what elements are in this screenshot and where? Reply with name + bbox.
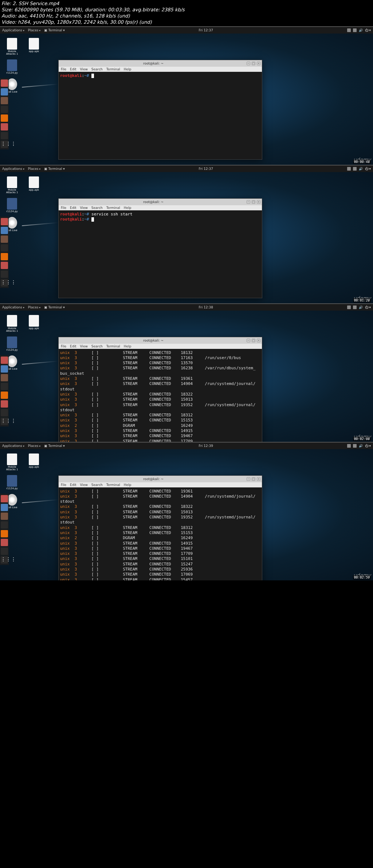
terminal-titlebar[interactable]: root@kali: ~ − □ × <box>59 476 262 482</box>
maximize-button[interactable]: □ <box>252 62 255 65</box>
dock-item[interactable] <box>1 495 8 502</box>
dock-item[interactable] <box>1 521 8 529</box>
maximize-button[interactable]: □ <box>252 200 255 204</box>
menu-terminal[interactable]: Terminal <box>106 67 120 71</box>
desktop-file-app[interactable]: app.apk <box>26 454 42 471</box>
menu-file[interactable]: File <box>61 206 66 210</box>
dock-item[interactable] <box>1 504 8 511</box>
menu-help[interactable]: Help <box>124 345 131 348</box>
terminal-window[interactable]: root@kali: ~ − □ × FileEditViewSearchTer… <box>58 337 262 442</box>
applications-menu[interactable]: Applications <box>2 28 24 32</box>
dock-item[interactable] <box>1 79 8 87</box>
menu-help[interactable]: Help <box>124 483 131 487</box>
dock-item[interactable] <box>1 114 8 122</box>
dock-apps-icon[interactable]: ⋮⋮⋮ <box>1 418 8 425</box>
terminal-window[interactable]: root@kali: ~ − □ × FileEditViewSearchTer… <box>58 60 262 160</box>
desktop-file-mobile[interactable]: Mobile Attacks 1 <box>4 315 20 333</box>
dock-item[interactable] <box>1 236 8 243</box>
desktop-file-py[interactable]: r1124.py <box>4 198 20 213</box>
dock-apps-icon[interactable]: ⋮⋮⋮ <box>1 141 8 148</box>
volume-icon[interactable]: 🔊 <box>359 305 363 309</box>
menu-edit[interactable]: Edit <box>70 483 76 487</box>
desktop-file-mobile[interactable]: Mobile Attacks 1 <box>4 454 20 471</box>
close-button[interactable]: × <box>257 339 260 342</box>
places-menu[interactable]: Places <box>28 167 40 171</box>
menu-search[interactable]: Search <box>91 483 103 487</box>
minimize-button[interactable]: − <box>247 200 250 204</box>
terminal-output[interactable]: root@kali:~# service ssh start root@kali… <box>59 210 262 298</box>
volume-icon[interactable]: 🔊 <box>359 444 363 448</box>
terminal-titlebar[interactable]: root@kali: ~ − □ × <box>59 60 262 67</box>
terminal-output[interactable]: unix 3 [ ] STREAM CONNECTED 18132 unix 3… <box>59 349 262 442</box>
terminal-titlebar[interactable]: root@kali: ~ − □ × <box>59 199 262 205</box>
power-icon[interactable]: ⏻ ▾ <box>365 444 371 448</box>
terminal-indicator[interactable]: ▣ Terminal ▾ <box>44 28 65 32</box>
terminal-indicator[interactable]: ▣ Terminal ▾ <box>44 444 65 448</box>
applications-menu[interactable]: Applications <box>2 167 24 171</box>
dock-item[interactable] <box>1 123 8 131</box>
desktop-file-mobile[interactable]: Mobile Attacks 1 <box>4 38 20 56</box>
applications-menu[interactable]: Applications <box>2 305 24 309</box>
menu-view[interactable]: View <box>80 206 88 210</box>
desktop-file-app[interactable]: app.apk <box>26 315 42 333</box>
menu-view[interactable]: View <box>80 67 88 71</box>
menu-edit[interactable]: Edit <box>70 206 76 210</box>
network-icon[interactable] <box>353 444 357 448</box>
recorder-icon[interactable] <box>347 28 351 32</box>
terminal-indicator[interactable]: ▣ Terminal ▾ <box>44 305 65 309</box>
dock-item[interactable] <box>1 97 8 104</box>
menu-view[interactable]: View <box>80 483 88 487</box>
dock-item[interactable] <box>1 357 8 364</box>
dock-item[interactable] <box>1 383 8 390</box>
power-icon[interactable]: ⏻ ▾ <box>365 305 371 309</box>
clock[interactable]: Fri 12:37 <box>65 167 347 171</box>
power-icon[interactable]: ⏻ ▾ <box>365 28 371 32</box>
places-menu[interactable]: Places <box>28 305 40 309</box>
close-button[interactable]: × <box>257 62 260 65</box>
dock-item[interactable] <box>1 400 8 408</box>
network-icon[interactable] <box>353 167 357 171</box>
menu-help[interactable]: Help <box>124 67 131 71</box>
terminal-window[interactable]: root@kali: ~ − □ × FileEditViewSearchTer… <box>58 198 262 298</box>
network-icon[interactable] <box>353 305 357 309</box>
desktop-file-app[interactable]: app.apk <box>26 38 42 56</box>
dock-item[interactable] <box>1 409 8 416</box>
desktop-file-mobile[interactable]: Mobile Attacks 1 <box>4 176 20 194</box>
desktop-file-py[interactable]: r1124.py <box>4 59 20 75</box>
dock-item[interactable] <box>1 548 8 555</box>
menu-edit[interactable]: Edit <box>70 345 76 348</box>
terminal-titlebar[interactable]: root@kali: ~ − □ × <box>59 337 262 344</box>
network-icon[interactable] <box>353 28 357 32</box>
places-menu[interactable]: Places <box>28 28 40 32</box>
menu-file[interactable]: File <box>61 345 66 348</box>
clock[interactable]: Fri 12:39 <box>65 444 347 448</box>
recorder-icon[interactable] <box>347 305 351 309</box>
applications-menu[interactable]: Applications <box>2 444 24 448</box>
terminal-output[interactable]: root@kali:~# <box>59 72 262 159</box>
dock-item[interactable] <box>1 365 8 373</box>
terminal-indicator[interactable]: ▣ Terminal ▾ <box>44 167 65 171</box>
menu-file[interactable]: File <box>61 483 66 487</box>
volume-icon[interactable]: 🔊 <box>359 28 363 32</box>
dock-item[interactable] <box>1 539 8 546</box>
clock[interactable]: Fri 12:38 <box>65 305 347 309</box>
minimize-button[interactable]: − <box>247 477 250 481</box>
desktop-file-app[interactable]: app.apk <box>26 176 42 194</box>
dock-item[interactable] <box>1 253 8 260</box>
minimize-button[interactable]: − <box>247 62 250 65</box>
menu-help[interactable]: Help <box>124 206 131 210</box>
dock-item[interactable] <box>1 106 8 113</box>
desktop-file-py[interactable]: r1124.py <box>4 475 20 490</box>
menu-terminal[interactable]: Terminal <box>106 483 120 487</box>
maximize-button[interactable]: □ <box>252 339 255 342</box>
power-icon[interactable]: ⏻ ▾ <box>365 167 371 171</box>
maximize-button[interactable]: □ <box>252 477 255 481</box>
menu-search[interactable]: Search <box>91 67 103 71</box>
clock[interactable]: Fri 12:37 <box>65 28 347 32</box>
dock-item[interactable] <box>1 262 8 269</box>
dock-item[interactable] <box>1 374 8 381</box>
dock-item[interactable] <box>1 392 8 399</box>
menu-edit[interactable]: Edit <box>70 67 76 71</box>
recorder-icon[interactable] <box>347 444 351 448</box>
minimize-button[interactable]: − <box>247 339 250 342</box>
